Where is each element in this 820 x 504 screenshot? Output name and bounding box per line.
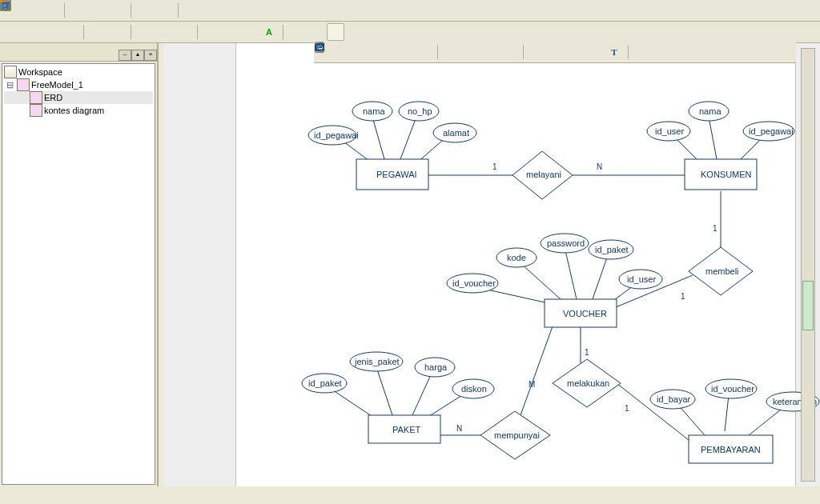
- svg-text:melakukan: melakukan: [567, 378, 609, 388]
- svg-line-61: [593, 253, 609, 299]
- tb-undo[interactable]: [136, 2, 154, 19]
- tool-zoom-fit[interactable]: [396, 43, 413, 61]
- svg-text:diskon: diskon: [461, 384, 487, 394]
- svg-text:id_pegawai: id_pegawai: [749, 126, 794, 136]
- tb-align-c[interactable]: [22, 23, 40, 41]
- svg-text:password: password: [547, 238, 585, 248]
- tb-cut[interactable]: [70, 2, 87, 19]
- tb-redo[interactable]: [155, 2, 173, 19]
- tb-align-l[interactable]: [3, 23, 21, 41]
- scroll-thumb[interactable]: [802, 281, 814, 330]
- tb-text-a[interactable]: A: [260, 23, 278, 41]
- svg-text:1: 1: [625, 404, 629, 413]
- svg-line-56: [709, 117, 717, 159]
- svg-text:KONSUMEN: KONSUMEN: [701, 170, 752, 179]
- tool-zoom-area[interactable]: [415, 43, 432, 61]
- tb-folder[interactable]: [288, 23, 306, 41]
- tb-pen[interactable]: [241, 23, 259, 41]
- panel-min-icon[interactable]: –: [119, 50, 131, 61]
- tb-arrow-r[interactable]: [327, 23, 344, 41]
- tool-hand[interactable]: [338, 43, 356, 61]
- svg-text:jenis_paket: jenis_paket: [354, 357, 400, 366]
- svg-text:1: 1: [713, 224, 718, 233]
- tb-align-r[interactable]: [42, 23, 59, 41]
- svg-text:id_paket: id_paket: [595, 245, 629, 254]
- svg-text:1: 1: [585, 348, 589, 357]
- tree[interactable]: Workspace ⊟ FreeModel_1 ERD kontes diagr…: [2, 63, 155, 485]
- tool-link[interactable]: [567, 43, 585, 61]
- svg-text:alamat: alamat: [443, 128, 469, 138]
- tool-delete[interactable]: [481, 43, 499, 61]
- tree-model[interactable]: ⊟ FreeModel_1: [4, 78, 153, 91]
- tb-table[interactable]: [155, 23, 173, 41]
- tb-copy[interactable]: [89, 2, 107, 19]
- svg-line-64: [376, 367, 392, 415]
- tool-arc[interactable]: [730, 43, 747, 61]
- tb-save[interactable]: [42, 2, 59, 19]
- toolbar-1: [0, 0, 820, 22]
- tool-cut2[interactable]: [443, 43, 460, 61]
- svg-text:membeli: membeli: [705, 266, 739, 276]
- svg-text:N: N: [456, 424, 462, 433]
- tb-snap[interactable]: [108, 23, 126, 41]
- svg-text:harga: harga: [424, 362, 448, 372]
- svg-text:1: 1: [681, 292, 685, 301]
- tb-grid[interactable]: [89, 23, 107, 41]
- tree-item-erd[interactable]: ERD: [4, 91, 153, 104]
- tb-db[interactable]: [136, 23, 154, 41]
- tb-align-t[interactable]: [61, 23, 78, 41]
- svg-text:id_user: id_user: [627, 274, 656, 284]
- panel-close-icon[interactable]: ×: [144, 50, 157, 61]
- tool-zoom-in[interactable]: [357, 43, 375, 61]
- tool-ellipse2[interactable]: [710, 43, 728, 61]
- svg-text:PAKET: PAKET: [392, 425, 421, 434]
- tree-item-label: ERD: [44, 93, 62, 102]
- tb-open[interactable]: [22, 2, 40, 19]
- canvas-toolbar: T: [314, 42, 796, 63]
- canvas[interactable]: 1 N 1 1 1 1: [163, 43, 820, 486]
- tool-ellipse[interactable]: [691, 43, 709, 61]
- svg-line-47: [521, 315, 557, 415]
- tb-fk[interactable]: [175, 23, 192, 41]
- tool-paste2[interactable]: [462, 43, 480, 61]
- svg-text:nama: nama: [699, 106, 722, 116]
- svg-line-63: [328, 387, 376, 419]
- tree-root-label: Workspace: [18, 67, 62, 77]
- svg-text:melayani: melayani: [526, 170, 561, 179]
- workspace-icon: [4, 66, 17, 78]
- svg-text:mempunyai: mempunyai: [494, 430, 540, 440]
- tree-root[interactable]: Workspace: [4, 66, 153, 78]
- toolbar-2: A: [0, 22, 820, 43]
- svg-line-60: [565, 247, 577, 299]
- tb-line[interactable]: [222, 23, 239, 41]
- svg-text:id_bayar: id_bayar: [657, 394, 691, 404]
- tree-item-kontes[interactable]: kontes diagram: [4, 104, 153, 117]
- svg-text:no_hp: no_hp: [408, 106, 432, 116]
- panel-pin-icon[interactable]: ▴: [131, 50, 144, 61]
- tb-paste[interactable]: [108, 2, 126, 19]
- tool-erd-rect[interactable]: [586, 43, 604, 61]
- svg-text:VOUCHER: VOUCHER: [563, 309, 607, 318]
- tb-arrow-l[interactable]: [308, 23, 325, 41]
- svg-text:id_paket: id_paket: [308, 378, 342, 388]
- svg-text:1: 1: [492, 162, 497, 171]
- svg-line-59: [521, 263, 561, 299]
- tool-new-page[interactable]: [529, 43, 546, 61]
- tb-color[interactable]: [203, 23, 220, 41]
- svg-text:id_user: id_user: [655, 126, 684, 136]
- tool-curve[interactable]: [749, 43, 766, 61]
- tb-print[interactable]: [183, 2, 201, 19]
- tool-line2[interactable]: [633, 43, 651, 61]
- svg-text:id_voucher: id_voucher: [711, 384, 754, 394]
- tool-poly[interactable]: [653, 43, 670, 61]
- workspace-panel: – ▴ × Workspace ⊟ FreeModel_1 ERD: [0, 43, 159, 486]
- svg-text:id_voucher: id_voucher: [452, 278, 496, 288]
- tree-model-label: FreeModel_1: [31, 80, 83, 90]
- vertical-scrollbar[interactable]: [801, 48, 815, 482]
- tool-zoom-out[interactable]: [376, 43, 394, 61]
- tool-arrow[interactable]: [500, 43, 518, 61]
- tool-text[interactable]: T: [605, 43, 623, 61]
- svg-line-53: [400, 117, 416, 159]
- tool-props[interactable]: [548, 43, 565, 61]
- tool-rect[interactable]: [672, 43, 689, 61]
